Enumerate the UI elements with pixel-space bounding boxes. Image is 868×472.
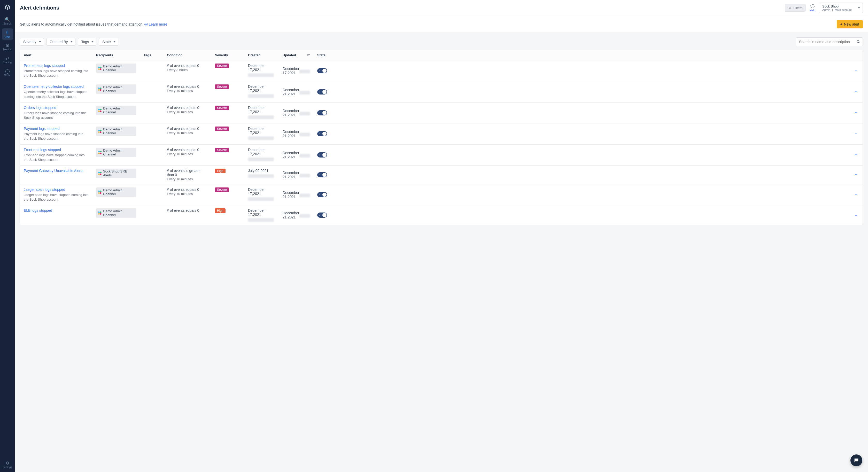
recipient-chip[interactable]: Demo Admin Channel: [96, 148, 136, 157]
account-sub: Admin | Main account: [822, 8, 855, 11]
table-header: Alert Recipients Tags Condition Severity…: [20, 50, 863, 60]
tags-cell: [140, 184, 163, 205]
filter-chip-tags[interactable]: Tags: [78, 38, 97, 46]
state-toggle[interactable]: ✓: [317, 110, 327, 116]
row-menu-button[interactable]: [853, 172, 859, 178]
account-picker[interactable]: Sock Shop Admin | Main account: [819, 3, 863, 13]
th-severity[interactable]: Severity: [211, 50, 244, 60]
row-menu-button[interactable]: [853, 89, 859, 95]
condition-frequency: Every 10 minutes: [167, 110, 193, 114]
alert-title-link[interactable]: Orders logs stopped: [24, 105, 89, 110]
row-menu-button[interactable]: [853, 110, 859, 116]
updated-date: December 21,2021: [283, 191, 300, 199]
th-created[interactable]: Created: [244, 50, 279, 60]
alert-description: Orders logs have stopped coming into the…: [24, 111, 89, 120]
learn-more-link[interactable]: ✻ Learn more: [145, 22, 167, 26]
th-alert[interactable]: Alert: [20, 50, 92, 60]
th-recipients[interactable]: Recipients: [92, 50, 140, 60]
severity-badge: Severe: [215, 187, 229, 192]
state-toggle[interactable]: ✓: [317, 172, 327, 178]
app-logo: [2, 2, 13, 12]
sidebar-item-tracing[interactable]: ⇄Tracing: [2, 54, 13, 66]
row-menu-button[interactable]: [853, 212, 859, 218]
recipient-chip[interactable]: Sock Shop SRE Alerts: [96, 168, 136, 178]
th-tags[interactable]: Tags: [140, 50, 163, 60]
subheader: Set up alerts to automatically get notif…: [15, 16, 868, 33]
help-link[interactable]: Help: [809, 4, 815, 12]
state-toggle[interactable]: ✓: [317, 131, 327, 136]
alert-title-link[interactable]: Payment Gateway Unavailable Alerts: [24, 168, 89, 173]
condition-text: # of events equals 0: [167, 105, 208, 110]
updated-date: December 21,2021: [283, 88, 300, 96]
gear-icon: ⚙: [6, 461, 9, 465]
condition-text: # of events equals 0: [167, 85, 208, 89]
alert-title-link[interactable]: Opentelemetry-collector logs stopped: [24, 85, 89, 89]
created-detail-blur: [248, 73, 274, 77]
search-wrap: [796, 37, 863, 46]
alert-title-link[interactable]: Jaeger span logs stopped: [24, 187, 89, 192]
new-alert-button[interactable]: + New alert: [837, 20, 863, 28]
condition-text: # of events equals 0: [167, 64, 208, 68]
filters-button[interactable]: Filters: [785, 4, 806, 11]
created-detail-blur: [248, 218, 274, 222]
alerts-table: Alert Recipients Tags Condition Severity…: [20, 50, 863, 225]
chat-icon: [854, 458, 859, 463]
row-menu-button[interactable]: [853, 131, 859, 137]
created-date: July 09,2021: [248, 168, 275, 173]
info-icon: ✻: [145, 23, 148, 26]
check-icon: ✓: [318, 132, 321, 135]
sidebar-item-label: Settings: [3, 466, 12, 469]
th-updated[interactable]: Updated: [279, 50, 314, 60]
sidebar-item-search[interactable]: 🔍Search: [2, 15, 13, 27]
table-row: Front-end logs stopped Front-end logs ha…: [20, 145, 863, 165]
state-toggle[interactable]: ✓: [317, 152, 327, 158]
recipient-chip[interactable]: Demo Admin Channel: [96, 127, 136, 136]
th-condition[interactable]: Condition: [163, 50, 211, 60]
alert-title-link[interactable]: Prometheus logs stopped: [24, 64, 89, 68]
recipient-chip[interactable]: Demo Admin Channel: [96, 64, 136, 73]
sidebar-item-label: Search: [3, 22, 11, 25]
recipient-chip[interactable]: Demo Admin Channel: [96, 208, 136, 218]
intercom-launcher[interactable]: [850, 454, 862, 466]
sidebar-item-logs[interactable]: §Logs: [2, 28, 13, 40]
sidebar-item-metrics[interactable]: ◉Metrics: [2, 41, 13, 53]
updated-detail-blur: [300, 133, 310, 136]
row-menu-button[interactable]: [853, 152, 859, 158]
condition-text: # of events equals 0: [167, 187, 208, 192]
filter-chip-created-by[interactable]: Created By: [46, 38, 75, 46]
created-date: December 17,2021: [248, 127, 275, 135]
alert-description: Prometheus logs have stopped coming into…: [24, 69, 89, 78]
updated-detail-blur: [300, 194, 310, 197]
search-input[interactable]: [799, 38, 857, 46]
th-state[interactable]: State: [314, 50, 863, 60]
alert-title-link[interactable]: Front-end logs stopped: [24, 148, 89, 152]
state-toggle[interactable]: ✓: [317, 192, 327, 197]
state-toggle[interactable]: ✓: [317, 89, 327, 95]
sidebar-item-siem[interactable]: ◯SIEM: [2, 67, 13, 78]
recipient-chip[interactable]: Demo Admin Channel: [96, 105, 136, 115]
created-date: December 17,2021: [248, 105, 275, 114]
condition-text: # of events is greater than 0: [167, 168, 208, 177]
row-menu-button[interactable]: [853, 192, 859, 198]
row-menu-button[interactable]: [853, 68, 859, 74]
help-gear-icon: [810, 4, 814, 8]
table-row: Orders logs stopped Orders logs have sto…: [20, 102, 863, 123]
logs-icon: §: [6, 30, 8, 35]
table-row: Opentelemetry-collector logs stopped Ope…: [20, 81, 863, 102]
state-toggle[interactable]: ✓: [317, 68, 327, 73]
check-icon: ✓: [318, 173, 321, 176]
alert-title-link[interactable]: ELB logs stopped: [24, 208, 89, 213]
alert-title-link[interactable]: Payment logs stopped: [24, 127, 89, 131]
alert-description: Jaeger span logs have stopped coming int…: [24, 193, 89, 202]
recipient-chip[interactable]: Demo Admin Channel: [96, 85, 136, 94]
condition-frequency: Every 10 minutes: [167, 131, 193, 135]
help-label: Help: [809, 9, 815, 12]
slack-icon: [98, 211, 101, 215]
severity-badge: Severe: [215, 148, 229, 152]
sidebar-item-settings[interactable]: ⚙ Settings: [2, 459, 13, 470]
table-row: Payment Gateway Unavailable Alerts Sock …: [20, 165, 863, 184]
filter-chip-severity[interactable]: Severity: [20, 38, 44, 46]
filter-chip-state[interactable]: State: [99, 38, 118, 46]
state-toggle[interactable]: ✓: [317, 213, 327, 218]
recipient-chip[interactable]: Demo Admin Channel: [96, 187, 136, 197]
